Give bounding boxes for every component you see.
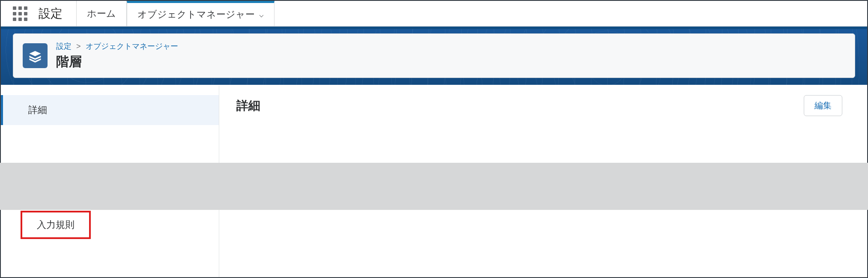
main-area: 詳細 フロートリガー 入力規則 詳細 編集: [1, 86, 867, 277]
app-launcher-icon: [13, 6, 27, 21]
sidebar-item-label: フロートリガー: [28, 192, 96, 203]
sidebar-item-flow-trigger[interactable]: フロートリガー: [1, 182, 219, 212]
object-icon: [23, 43, 48, 68]
content-heading: 詳細: [236, 98, 850, 114]
chevron-down-icon: ⌵: [259, 10, 264, 19]
sidebar-item-label: 入力規則: [37, 219, 75, 230]
app-launcher[interactable]: 設定: [13, 1, 76, 26]
breadcrumb-current[interactable]: オブジェクトマネージャー: [86, 42, 178, 51]
top-nav: 設定 ホーム オブジェクトマネージャー ⌵: [1, 1, 867, 27]
breadcrumb: 設定 > オブジェクトマネージャー: [56, 41, 178, 51]
breadcrumb-separator: >: [74, 42, 84, 51]
app-name: 設定: [36, 6, 69, 22]
page-header-band: 設定 > オブジェクトマネージャー 階層: [1, 27, 867, 85]
content-panel: 詳細 編集: [219, 86, 867, 277]
edit-button[interactable]: 編集: [804, 95, 842, 116]
sidebar-item-details[interactable]: 詳細: [1, 95, 219, 125]
sidebar-item-validation-rules[interactable]: 入力規則: [22, 212, 89, 237]
page-title: 階層: [56, 53, 178, 71]
tab-home[interactable]: ホーム: [76, 1, 127, 26]
tab-label: オブジェクトマネージャー: [137, 8, 255, 21]
tab-object-manager[interactable]: オブジェクトマネージャー ⌵: [127, 1, 274, 26]
breadcrumb-root[interactable]: 設定: [56, 42, 72, 51]
page-header-card: 設定 > オブジェクトマネージャー 階層: [13, 33, 855, 78]
sidebar: 詳細 フロートリガー 入力規則: [1, 86, 219, 277]
tab-label: ホーム: [87, 7, 116, 20]
sidebar-item-label: 詳細: [28, 105, 47, 115]
